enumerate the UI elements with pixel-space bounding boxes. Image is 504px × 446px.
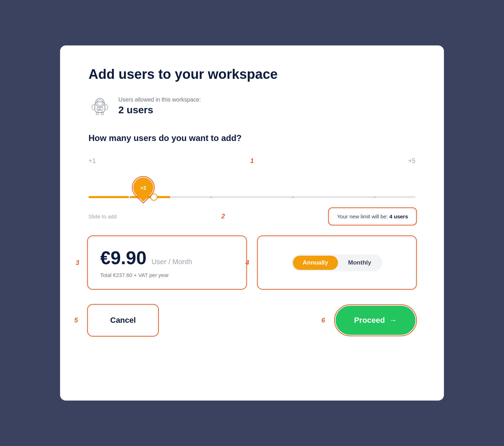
slider-min-label: +1 — [89, 157, 96, 165]
new-limit-badge: Your new limit will be: 4 users — [329, 209, 415, 224]
annotation-6: 6 — [321, 317, 325, 324]
billing-toggle[interactable]: Annually Monthly — [291, 254, 383, 271]
proceed-arrow-icon: → — [389, 316, 397, 325]
annotation-4: 4 — [246, 259, 249, 266]
toggle-monthly[interactable]: Monthly — [338, 256, 381, 270]
action-buttons: 5 Cancel 6 Proceed → — [89, 305, 415, 335]
svg-point-2 — [97, 100, 103, 105]
how-many-question: How many users do you want to add? — [89, 133, 415, 143]
billing-toggle-box: Annually Monthly — [258, 237, 415, 288]
svg-rect-7 — [105, 105, 108, 110]
slider-footer: Slide to add 2 Your new limit will be: 4… — [89, 209, 415, 224]
annotation-1: 1 — [250, 157, 254, 165]
slider-badge-text: +2 — [140, 185, 146, 191]
price-box: €9.90 User / Month Total €237.60 + VAT p… — [89, 237, 246, 288]
workspace-user-count: 2 users — [118, 104, 201, 116]
slider-badge-container: +2 — [89, 168, 415, 198]
slider-section: +1 1 +5 +2 — [89, 157, 415, 198]
price-amount: €9.90 — [100, 247, 146, 268]
price-per: User / Month — [151, 258, 192, 266]
proceed-button[interactable]: Proceed → — [336, 306, 415, 335]
svg-rect-6 — [92, 105, 95, 110]
price-total: Total €237.60 + VAT per year — [100, 272, 234, 278]
slider-thumb[interactable] — [150, 194, 157, 201]
modal-container: Add users to your workspace Users allowe… — [60, 45, 444, 401]
slider-labels: +1 1 +5 — [89, 157, 415, 165]
new-limit-prefix: Your new limit will be: — [337, 213, 389, 219]
workspace-text: Users allowed in this workspace: 2 users — [118, 97, 201, 116]
modal-title: Add users to your workspace — [89, 67, 415, 82]
slide-to-add-text: Slide to add — [89, 213, 117, 219]
slider-max-label: +5 — [408, 157, 415, 165]
bottom-section: 3 €9.90 User / Month Total €237.60 + VAT… — [89, 237, 415, 288]
slider-track[interactable] — [89, 196, 415, 198]
toggle-annually[interactable]: Annually — [293, 256, 338, 270]
annotation-2: 2 — [221, 213, 225, 220]
new-limit-value: 4 users — [389, 213, 408, 219]
annotation-5: 5 — [74, 317, 78, 324]
workspace-label: Users allowed in this workspace: — [118, 97, 201, 103]
cancel-button[interactable]: Cancel — [89, 305, 157, 335]
proceed-label: Proceed — [354, 316, 385, 325]
annotation-3: 3 — [76, 259, 79, 266]
price-main-row: €9.90 User / Month — [100, 247, 234, 268]
astronaut-icon — [89, 95, 111, 118]
workspace-info: Users allowed in this workspace: 2 users — [89, 95, 415, 118]
